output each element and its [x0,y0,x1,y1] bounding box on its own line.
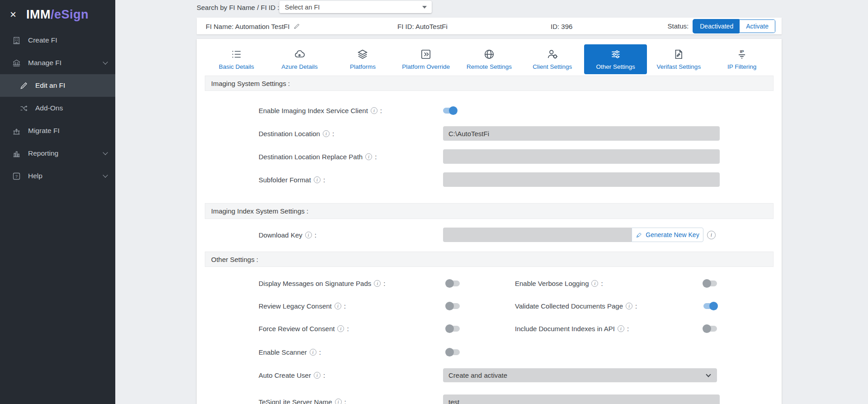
fi-header-bar: FI Name: Automation TestFI FI ID: AutoTe… [197,18,782,34]
info-icon[interactable]: i [335,303,341,309]
enable-scanner-label: Enable Scanner i : [259,348,321,356]
bank-icon [12,58,21,68]
enable-imaging-client-toggle[interactable] [443,108,457,114]
tesignlite-server-name-input[interactable]: test [443,394,720,404]
pen-icon [636,232,642,238]
sidebar-item-label: Reporting [28,149,58,157]
tab-platform-override[interactable]: Platform Override [394,44,458,74]
search-fi-label: Search by FI Name / FI ID : [197,4,279,11]
include-document-indexes-label: Include Document Indexes in API i : [515,325,629,333]
svg-text:IP: IP [740,49,745,54]
activate-button[interactable]: Activate [740,20,775,33]
record-id: ID: 396 [551,22,572,30]
generate-new-key-button[interactable]: Generate New Key [632,228,703,242]
status-group: Status: Deactivated Activate [668,19,775,33]
display-messages-toggle[interactable] [446,280,460,286]
bar-chart-icon [12,149,21,158]
subfolder-format-input[interactable] [443,172,720,187]
info-icon[interactable]: i [335,399,342,404]
sidebar-item-edit-an-fi[interactable]: Edit an FI [0,74,115,97]
info-icon[interactable]: i [618,325,624,332]
sidebar-item-reporting[interactable]: Reporting [0,142,115,165]
tab-client-settings[interactable]: Client Settings [521,44,584,74]
info-icon[interactable]: i [310,349,316,356]
verbose-logging-toggle[interactable] [703,280,717,286]
logo-imm: IMM [26,8,51,21]
download-key-input[interactable] [443,228,632,242]
tab-azure-details[interactable]: Azure Details [268,44,331,74]
sidebar-item-label: Add-Ons [35,104,63,112]
sidebar: × IMM/eSign Create FI Manage FI Edit an … [0,0,115,404]
info-icon[interactable]: i [374,280,381,287]
sidebar-item-migrate-fi[interactable]: Migrate FI [0,119,115,142]
globe-icon [483,48,495,60]
logo-esign: eSign [54,8,89,21]
review-legacy-consent-toggle[interactable] [446,303,460,309]
tab-other-settings[interactable]: Other Settings [584,44,647,74]
info-icon[interactable]: i [591,280,598,287]
settings-tabs: Basic Details Azure Details Platforms Pl… [205,44,774,74]
tab-platforms[interactable]: Platforms [331,44,395,74]
enable-scanner-toggle[interactable] [446,349,460,355]
info-icon[interactable]: i [337,325,344,332]
sidebar-item-label: Help [28,172,42,180]
info-icon[interactable]: i [626,303,632,309]
section-other-settings: Other Settings : [205,252,774,267]
tab-remote-settings[interactable]: Remote Settings [458,44,521,74]
tab-basic-details[interactable]: Basic Details [205,44,268,74]
sidebar-item-manage-fi[interactable]: Manage FI [0,52,115,74]
fi-search-select[interactable]: Select an FI [279,1,432,13]
download-key-label: Download Key i : [259,231,316,239]
info-icon[interactable]: i [314,176,321,183]
fi-select-value: Select an FI [285,4,320,11]
status-label: Status: [668,22,689,30]
tab-ip-filtering[interactable]: IP IP Filtering [710,44,774,74]
migrate-icon [12,126,21,136]
sidebar-item-label: Migrate FI [28,127,60,135]
building-icon [12,36,21,45]
display-messages-label: Display Messages on Signature Pads i : [259,280,385,287]
box-arrow-icon [420,48,432,60]
section-imaging-index-settings: Imaging Index System Settings : [205,203,774,219]
user-gear-icon [547,48,558,60]
layers-icon [357,48,368,60]
subfolder-format-label: Subfolder Format i : [259,176,325,184]
document-pen-icon [673,48,684,60]
tesignlite-server-name-label: TeSignLite Server Name i : [259,398,346,404]
auto-create-user-label: Auto Create User i : [259,371,325,379]
tab-verifast-settings[interactable]: Verifast Settings [647,44,710,74]
sidebar-item-label: Create FI [28,36,57,44]
sidebar-item-add-ons[interactable]: Add-Ons [0,97,115,119]
fi-name-text: FI Name: Automation TestFI [206,22,290,30]
include-document-indexes-toggle[interactable] [703,326,717,332]
svg-text:?: ? [15,174,18,179]
chevron-down-icon [422,6,427,9]
sidebar-item-create-fi[interactable]: Create FI [0,29,115,52]
destination-replace-path-label: Destination Location Replace Path i : [259,153,377,161]
info-icon[interactable]: i [707,231,716,239]
chevron-down-icon [706,372,711,377]
info-icon[interactable]: i [323,130,330,137]
info-icon[interactable]: i [314,372,321,379]
review-legacy-consent-label: Review Legacy Consent i : [259,302,346,310]
info-icon[interactable]: i [305,232,312,238]
pencil-icon [19,81,28,90]
list-icon [231,48,242,60]
sidebar-item-help[interactable]: ? Help [0,165,115,187]
auto-create-user-select[interactable]: Create and activate [443,368,717,382]
sliders-icon [610,48,622,60]
validate-collected-documents-toggle[interactable] [703,303,717,309]
destination-replace-path-input[interactable] [443,149,720,164]
close-icon[interactable]: × [10,9,16,20]
destination-location-input[interactable]: C:\AutoTestFi [443,126,720,141]
chevron-down-icon [103,172,108,177]
fi-id: FI ID: AutoTestFi [397,22,448,30]
force-review-consent-toggle[interactable] [446,326,460,332]
destination-location-label: Destination Location i : [259,130,334,138]
status-toggle-group: Deactivated Activate [693,19,775,33]
deactivated-button[interactable]: Deactivated [693,20,740,33]
info-icon[interactable]: i [371,107,377,114]
edit-pencil-icon[interactable] [293,23,300,29]
fi-name: FI Name: Automation TestFI [206,22,300,30]
info-icon[interactable]: i [365,153,372,160]
